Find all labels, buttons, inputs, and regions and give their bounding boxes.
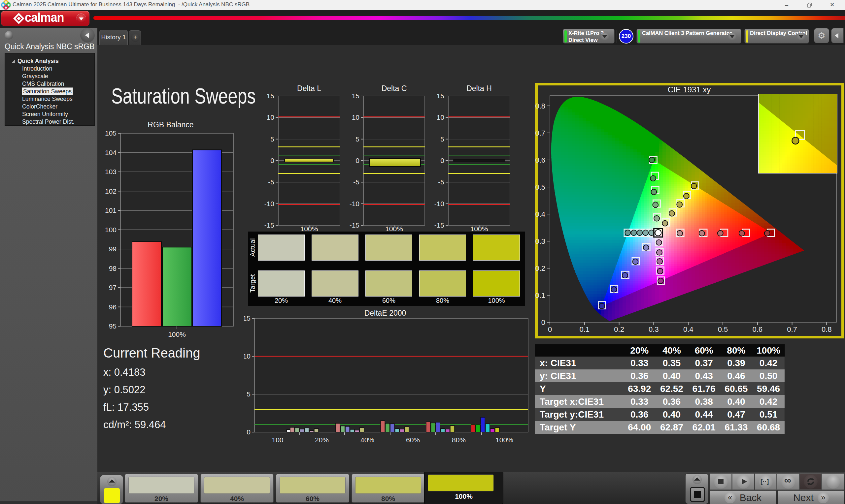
- svg-text:95: 95: [109, 322, 117, 330]
- svg-text:105: 105: [105, 129, 117, 137]
- svg-text:0.6: 0.6: [535, 156, 545, 164]
- svg-text:103: 103: [105, 168, 117, 176]
- svg-text:RGB Balance: RGB Balance: [147, 120, 193, 129]
- svg-text:5: 5: [440, 135, 444, 143]
- svg-text:80%: 80%: [452, 436, 466, 444]
- svg-text:100%: 100%: [168, 330, 186, 338]
- svg-text:0.1: 0.1: [580, 325, 590, 333]
- svg-text:0.7: 0.7: [535, 129, 545, 137]
- svg-text:-5: -5: [438, 178, 444, 186]
- svg-text:0.2: 0.2: [535, 264, 545, 272]
- svg-text:0.4: 0.4: [535, 210, 545, 218]
- svg-text:101: 101: [105, 206, 117, 214]
- svg-text:98: 98: [109, 265, 117, 272]
- svg-text:CIE 1931 xy: CIE 1931 xy: [668, 85, 711, 94]
- svg-text:100%: 100%: [495, 436, 513, 444]
- svg-text:0.6: 0.6: [753, 325, 763, 333]
- svg-text:15: 15: [352, 92, 359, 100]
- svg-text:10: 10: [267, 113, 274, 121]
- svg-text:5: 5: [247, 390, 250, 398]
- svg-text:102: 102: [105, 187, 117, 195]
- svg-text:40%: 40%: [360, 436, 374, 444]
- svg-text:0.5: 0.5: [535, 183, 545, 191]
- svg-text:20%: 20%: [315, 436, 329, 444]
- svg-text:96: 96: [109, 303, 117, 311]
- svg-text:-15: -15: [434, 221, 444, 229]
- svg-text:0: 0: [440, 157, 444, 164]
- svg-text:5: 5: [355, 135, 359, 143]
- svg-text:0.4: 0.4: [683, 325, 693, 333]
- svg-text:-5: -5: [268, 178, 274, 186]
- svg-text:0.2: 0.2: [614, 325, 624, 333]
- svg-text:-15: -15: [264, 221, 274, 229]
- svg-text:0: 0: [541, 318, 545, 326]
- svg-text:Delta L: Delta L: [297, 84, 321, 93]
- svg-text:0: 0: [270, 157, 274, 164]
- svg-text:Delta H: Delta H: [466, 84, 492, 93]
- svg-text:0: 0: [247, 428, 250, 436]
- svg-text:-10: -10: [434, 200, 444, 208]
- svg-text:0.1: 0.1: [535, 291, 545, 300]
- svg-text:97: 97: [109, 284, 117, 291]
- svg-text:DeltaE 2000: DeltaE 2000: [365, 309, 406, 317]
- svg-text:0: 0: [548, 325, 552, 333]
- svg-text:0.5: 0.5: [718, 325, 728, 333]
- svg-text:0: 0: [355, 157, 359, 164]
- svg-text:10: 10: [244, 352, 250, 360]
- svg-text:10: 10: [352, 113, 359, 121]
- svg-text:104: 104: [105, 149, 117, 156]
- svg-text:15: 15: [437, 92, 444, 100]
- svg-text:-5: -5: [353, 178, 359, 186]
- svg-text:Delta C: Delta C: [382, 84, 407, 93]
- svg-text:99: 99: [109, 245, 117, 253]
- svg-text:60%: 60%: [406, 436, 420, 444]
- svg-text:10: 10: [437, 113, 444, 121]
- svg-text:0.8: 0.8: [535, 102, 545, 110]
- svg-text:-10: -10: [264, 200, 274, 208]
- svg-text:100: 100: [272, 436, 283, 444]
- svg-text:15: 15: [244, 314, 250, 322]
- svg-text:5: 5: [270, 135, 274, 143]
- svg-text:-15: -15: [350, 221, 359, 229]
- svg-text:0.3: 0.3: [535, 237, 545, 246]
- svg-text:0.7: 0.7: [787, 325, 797, 333]
- svg-text:15: 15: [267, 92, 274, 100]
- svg-text:100: 100: [105, 226, 117, 234]
- svg-text:-10: -10: [350, 200, 359, 208]
- svg-text:0.8: 0.8: [822, 325, 832, 333]
- svg-text:0.3: 0.3: [649, 325, 659, 333]
